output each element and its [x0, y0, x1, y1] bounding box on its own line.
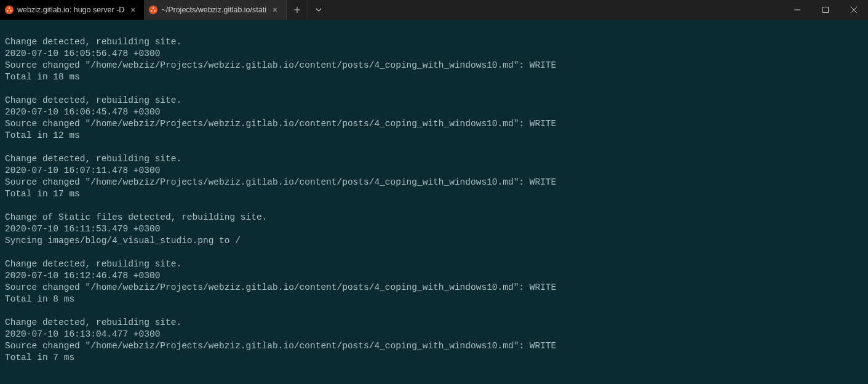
close-icon[interactable]: ×: [270, 5, 280, 15]
terminal-line: Source changed "/home/webziz/Projects/we…: [5, 60, 863, 71]
terminal-line: Total in 8 ms: [5, 294, 863, 305]
ubuntu-icon: [149, 6, 157, 14]
terminal-line: Source changed "/home/webziz/Projects/we…: [5, 340, 863, 352]
terminal-line: Change detected, rebuilding site.: [5, 36, 863, 48]
dropdown-button[interactable]: [308, 0, 329, 20]
terminal-line: Change detected, rebuilding site.: [5, 258, 863, 270]
terminal-line: Change detected, rebuilding site.: [5, 153, 863, 165]
new-tab-button[interactable]: [287, 0, 308, 20]
svg-point-3: [153, 7, 154, 9]
tab-label: webziz.gitlab.io: hugo server -D: [17, 6, 124, 14]
terminal-blank-line: [5, 142, 863, 153]
terminal-blank-line: [5, 200, 863, 212]
close-button[interactable]: [840, 0, 868, 20]
terminal-line: Total in 12 ms: [5, 130, 863, 142]
svg-point-4: [151, 10, 153, 12]
titlebar: webziz.gitlab.io: hugo server -D × ~/Pro…: [0, 0, 868, 20]
terminal-line: Source changed "/home/webziz/Projects/we…: [5, 282, 863, 294]
svg-point-0: [9, 7, 10, 9]
terminal-line: Source changed "/home/webziz/Projects/we…: [5, 118, 863, 130]
tabs: webziz.gitlab.io: hugo server -D × ~/Pro…: [0, 0, 286, 20]
svg-point-1: [7, 10, 8, 12]
terminal-line: Total in 7 ms: [5, 352, 863, 364]
terminal-line: 2020-07-10 16:11:53.479 +0300: [5, 223, 863, 235]
maximize-button[interactable]: [811, 0, 840, 20]
terminal-line: 2020-07-10 16:05:56.478 +0300: [5, 48, 863, 60]
terminal-line: 2020-07-10 16:13:04.477 +0300: [5, 329, 863, 340]
ubuntu-icon: [5, 6, 14, 14]
terminal-blank-line: [5, 25, 863, 36]
terminal-line: 2020-07-10 16:12:46.478 +0300: [5, 270, 863, 282]
terminal-line: Syncing images/blog/4_visual_studio.png …: [5, 235, 863, 247]
terminal-line: 2020-07-10 16:07:11.478 +0300: [5, 165, 863, 177]
terminal-line: 2020-07-10 16:06:45.478 +0300: [5, 106, 863, 118]
svg-point-2: [10, 10, 12, 12]
close-icon[interactable]: ×: [128, 5, 138, 15]
svg-rect-9: [823, 7, 829, 13]
terminal-line: Change detected, rebuilding site.: [5, 95, 863, 106]
svg-point-5: [154, 10, 156, 12]
terminal-line: Change detected, rebuilding site.: [5, 317, 863, 329]
terminal-line: Total in 18 ms: [5, 71, 863, 83]
tab-inactive[interactable]: ~/Projects/webziz.gitlab.io/stati ×: [144, 0, 286, 20]
terminal-line: Total in 17 ms: [5, 188, 863, 200]
tab-active[interactable]: webziz.gitlab.io: hugo server -D ×: [0, 0, 144, 20]
terminal-line: Change of Static files detected, rebuild…: [5, 212, 863, 223]
window-controls: [783, 0, 868, 20]
titlebar-drag-region[interactable]: [329, 0, 783, 20]
terminal-output[interactable]: Change detected, rebuilding site.2020-07…: [0, 20, 868, 384]
terminal-blank-line: [5, 247, 863, 258]
terminal-blank-line: [5, 305, 863, 317]
terminal-blank-line: [5, 83, 863, 95]
tab-label: ~/Projects/webziz.gitlab.io/stati: [161, 6, 266, 14]
minimize-button[interactable]: [783, 0, 811, 20]
terminal-line: Source changed "/home/webziz/Projects/we…: [5, 177, 863, 188]
